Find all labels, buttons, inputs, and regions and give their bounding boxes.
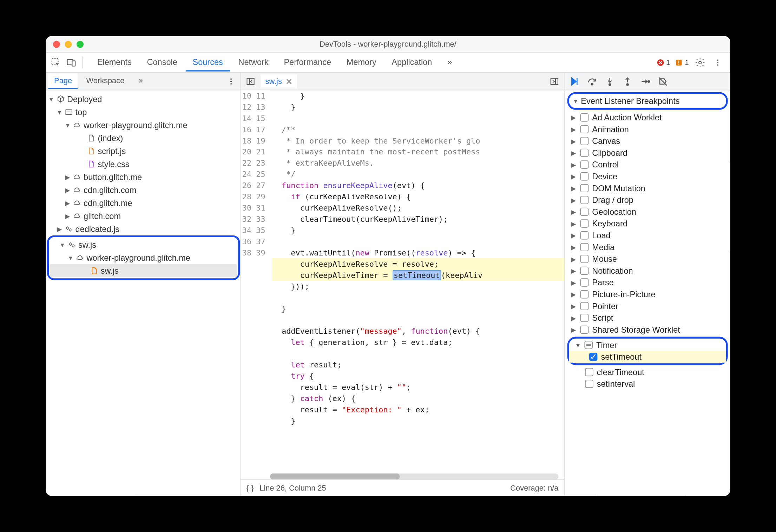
tab-performance[interactable]: Performance — [277, 53, 338, 71]
tree-label: sw.js — [78, 240, 96, 250]
warning-count[interactable]: 1 — [675, 58, 689, 67]
checkbox-icon[interactable] — [580, 219, 589, 228]
file-tree[interactable]: ▼Deployed ▼top ▼worker-playground.glitch… — [46, 90, 240, 496]
ebp-item-cleartimeout[interactable]: clearTimeout — [565, 366, 730, 378]
window-title: DevTools - worker-playground.glitch.me/ — [46, 40, 730, 48]
ebp-list[interactable]: ▶Ad Auction Worklet▶Animation▶Canvas▶Cli… — [565, 112, 730, 496]
cloud-icon — [72, 120, 82, 130]
code-editor[interactable]: 10 11 12 13 14 15 16 17 18 19 20 21 22 2… — [241, 90, 564, 479]
ebp-category[interactable]: ▶Animation — [565, 123, 730, 135]
line-gutter: 10 11 12 13 14 15 16 17 18 19 20 21 22 2… — [241, 90, 270, 479]
ebp-category[interactable]: ▶Load — [565, 230, 730, 241]
toggle-navigator-icon[interactable] — [244, 75, 257, 88]
checkbox-icon[interactable] — [580, 196, 589, 204]
ebp-category[interactable]: ▶Device — [565, 171, 730, 182]
ebp-category[interactable]: ▶Geolocation — [565, 206, 730, 218]
kebab-menu-icon[interactable] — [711, 56, 724, 69]
ebp-item-settimeout[interactable]: ✓setTimeout — [569, 351, 726, 363]
ebp-category[interactable]: ▶Picture-in-Picture — [565, 288, 730, 300]
checkbox-icon[interactable] — [580, 302, 589, 310]
ebp-category[interactable]: ▶Canvas — [565, 135, 730, 147]
ebp-category[interactable]: ▶DOM Mutation — [565, 182, 730, 194]
close-window-button[interactable] — [53, 40, 60, 47]
tab-network[interactable]: Network — [231, 53, 276, 71]
navigator-tab-page[interactable]: Page — [48, 73, 78, 89]
checkbox-icon[interactable] — [580, 208, 589, 216]
checkbox-icon[interactable] — [580, 231, 589, 240]
tab-sources[interactable]: Sources — [185, 53, 230, 71]
settings-icon[interactable] — [693, 56, 706, 69]
svg-point-9 — [230, 78, 232, 80]
ebp-item-setinterval[interactable]: setInterval — [565, 378, 730, 390]
step-into-button[interactable] — [604, 75, 616, 87]
checkbox-icon[interactable] — [580, 255, 589, 263]
ebp-category-timer[interactable]: ▼Timer — [569, 339, 726, 351]
ebp-category[interactable]: ▶Media — [565, 241, 730, 253]
checkbox-icon[interactable] — [580, 243, 589, 251]
device-toggle-icon[interactable] — [65, 56, 78, 69]
ebp-category[interactable]: ▶Pointer — [565, 300, 730, 312]
tab-memory[interactable]: Memory — [340, 53, 383, 71]
ebp-category[interactable]: ▶Keyboard — [565, 218, 730, 230]
deactivate-breakpoints-button[interactable] — [657, 75, 669, 87]
ebp-category[interactable]: ▶Drag / drop — [565, 194, 730, 206]
close-tab-icon[interactable]: ✕ — [285, 77, 292, 86]
editor-pane: sw.js✕ 10 11 12 13 14 15 16 17 18 19 20 … — [241, 73, 565, 496]
step-out-button[interactable] — [622, 75, 633, 87]
file-icon — [87, 133, 96, 143]
checkbox-icon[interactable] — [580, 326, 589, 334]
checkbox-icon[interactable] — [585, 368, 593, 377]
tab-application[interactable]: Application — [384, 53, 439, 71]
navigator-menu-icon[interactable] — [225, 75, 238, 88]
checkbox-icon[interactable] — [580, 160, 589, 169]
resume-button[interactable] — [568, 75, 580, 87]
zoom-window-button[interactable] — [77, 40, 84, 47]
ebp-category[interactable]: ▶Shared Storage Worklet — [565, 324, 730, 336]
navigator-overflow-icon[interactable]: » — [133, 73, 149, 89]
ebp-category[interactable]: ▶Clipboard — [565, 147, 730, 159]
tab-elements[interactable]: Elements — [90, 53, 139, 71]
step-over-button[interactable] — [586, 75, 598, 87]
checkbox-icon[interactable] — [580, 290, 589, 299]
svg-point-8 — [717, 64, 718, 65]
ebp-category[interactable]: ▶Mouse — [565, 253, 730, 265]
ebp-category[interactable]: ▶Parse — [565, 277, 730, 288]
checkbox-icon[interactable] — [580, 267, 589, 275]
ebp-category[interactable]: ▶Ad Auction Worklet — [565, 112, 730, 124]
checkbox-indeterminate-icon[interactable] — [584, 341, 593, 349]
checkbox-checked-icon[interactable]: ✓ — [589, 353, 598, 361]
ebp-category[interactable]: ▶Notification — [565, 265, 730, 277]
minimize-window-button[interactable] — [65, 40, 72, 47]
checkbox-icon[interactable] — [580, 278, 589, 287]
checkbox-icon[interactable] — [580, 125, 589, 133]
braces-icon[interactable]: { } — [246, 484, 254, 492]
tabs-overflow-icon[interactable]: » — [440, 53, 459, 71]
ebp-category[interactable]: ▶Script — [565, 312, 730, 324]
tree-label: button.glitch.me — [84, 172, 142, 182]
tab-console[interactable]: Console — [140, 53, 184, 71]
ebp-section-header[interactable]: ▼Event Listener Breakpoints — [569, 94, 726, 108]
horizontal-scrollbar[interactable] — [270, 473, 559, 479]
inspect-icon[interactable] — [50, 56, 63, 69]
svg-point-16 — [72, 245, 74, 247]
code-content[interactable]: } } /** * In order to keep the ServiceWo… — [270, 90, 564, 479]
checkbox-icon[interactable] — [580, 137, 589, 145]
checkbox-icon[interactable] — [580, 314, 589, 322]
svg-point-11 — [230, 83, 232, 84]
svg-rect-2 — [72, 61, 75, 66]
file-tab-swjs[interactable]: sw.js✕ — [261, 74, 297, 88]
checkbox-icon[interactable] — [580, 184, 589, 192]
error-count[interactable]: 1 — [656, 58, 670, 67]
toggle-debugger-icon[interactable] — [548, 75, 561, 88]
ebp-category[interactable]: ▶Control — [565, 159, 730, 171]
checkbox-icon[interactable] — [580, 172, 589, 181]
svg-point-21 — [627, 84, 629, 85]
navigator-tab-workspace[interactable]: Workspace — [80, 73, 130, 89]
checkbox-icon[interactable] — [580, 149, 589, 157]
css-file-icon — [87, 159, 96, 169]
tree-label: worker-playground.glitch.me — [87, 253, 190, 262]
coverage-status: Coverage: n/a — [510, 484, 558, 492]
checkbox-icon[interactable] — [580, 113, 589, 122]
checkbox-icon[interactable] — [585, 380, 593, 388]
step-button[interactable] — [639, 75, 651, 87]
